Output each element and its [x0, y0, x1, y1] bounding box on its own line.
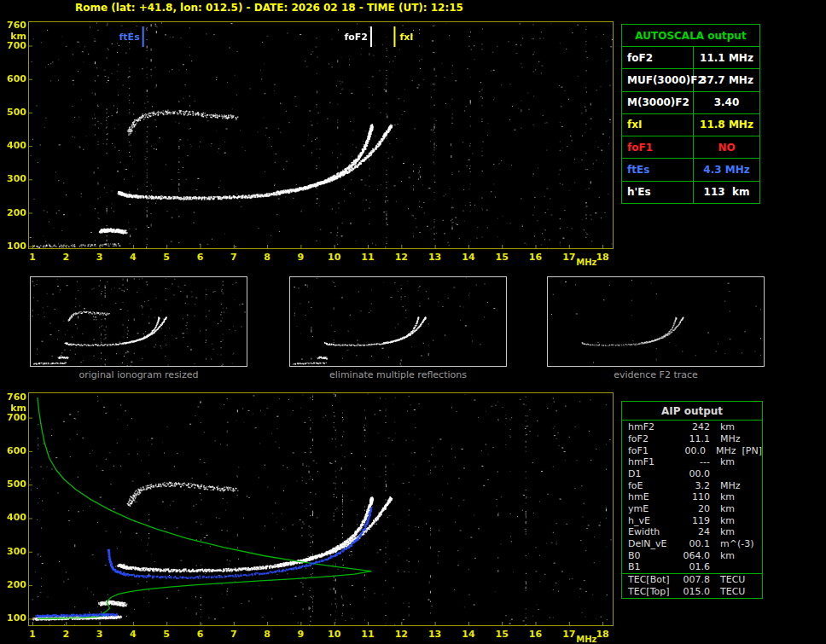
x-tick-label-8: 8: [257, 629, 277, 640]
param-unit: km: [720, 550, 735, 561]
x-tick-label-11: 11: [358, 252, 378, 263]
param-label: hmF1: [628, 456, 679, 467]
autoscala-row-m-3000-f2: M(3000)F23.40: [622, 92, 759, 114]
aip-row-b1: B101.6: [622, 561, 762, 573]
x-axis-unit: MHz: [576, 635, 596, 644]
y-tick-label-300: 300: [4, 173, 26, 184]
param-note: [PN]: [742, 445, 762, 456]
param-label: fxI: [622, 114, 694, 136]
param-unit: km: [720, 515, 735, 526]
param-label: Ewidth: [628, 526, 679, 537]
aip-output-rows: hmF2242kmfoF211.1MHzfoF100.0MHz[PN]hmF1-…: [622, 421, 762, 598]
x-tick-label-16: 16: [526, 629, 546, 640]
autoscala-output-table-title: AUTOSCALA output: [622, 25, 759, 47]
y-tick-label-700: 700: [4, 40, 26, 51]
x-tick-label-13: 13: [425, 252, 445, 263]
param-value: 24: [679, 526, 710, 537]
x-tick-label-2: 2: [55, 629, 76, 640]
param-unit: MHz: [720, 433, 741, 444]
aip-row-ewidth: Ewidth24km: [622, 526, 762, 538]
ionogram-plot-bottom: [28, 392, 614, 626]
aip-row-h-ve: h_vE119km: [622, 514, 762, 526]
autoscala-row-ftes: ftEs4.3 MHz: [622, 159, 759, 181]
autoscala-output-table: AUTOSCALA output foF211.1 MHzMUF(3000)F2…: [621, 24, 760, 204]
autoscala-row-fxi: fxI11.8 MHz: [622, 114, 759, 136]
x-tick-label-1: 1: [22, 629, 43, 640]
param-value: 110: [679, 491, 710, 502]
x-tick-label-5: 5: [156, 629, 177, 640]
aip-row-deln-ve: DelN_vE00.1m^(-3): [622, 538, 762, 550]
y-tick-label-500: 500: [4, 107, 26, 118]
param-label: h'Es: [622, 182, 694, 203]
param-label: foF2: [628, 433, 679, 444]
autoscala-output-rows: foF211.1 MHzMUF(3000)F237.7 MHzM(3000)F2…: [622, 47, 759, 203]
y-tick-label-100: 100: [4, 612, 26, 624]
aip-row-hme: hmE110km: [622, 491, 762, 503]
foF2-marker-label: foF2: [315, 32, 368, 43]
thumbnail-multiple-reflections-removed: [289, 276, 507, 367]
thumbnail-caption-original: original ionogram resized: [30, 369, 247, 380]
x-tick-label-7: 7: [224, 252, 244, 263]
x-tick-label-4: 4: [123, 252, 143, 263]
param-unit: km: [720, 526, 735, 537]
param-value: 37.7 MHz: [694, 74, 759, 86]
param-value: 11.1 MHz: [694, 52, 759, 64]
thumbnail-caption-cleaned: eliminate multiple reflections: [289, 369, 507, 380]
x-axis-unit: MHz: [576, 258, 596, 267]
ionogram-scatter-canvas-top: [29, 22, 613, 248]
param-label: TEC[Bot]: [628, 574, 679, 585]
param-unit: MHz: [716, 445, 736, 456]
ionogram-profile-canvas-bottom: [29, 393, 613, 625]
param-value: 119: [679, 515, 710, 526]
param-label: MUF(3000)F2: [622, 69, 694, 90]
param-value: 007.8: [679, 574, 710, 585]
param-label: ftEs: [622, 159, 694, 180]
param-unit: km: [720, 456, 735, 467]
param-label: hmE: [628, 491, 679, 502]
param-value: 20: [679, 503, 710, 514]
thumbnail-canvas-cleaned: [290, 277, 506, 366]
param-value: NO: [694, 142, 759, 154]
aip-row-d1: D100.0: [622, 468, 762, 480]
y-tick-label-760: 760: [4, 392, 26, 403]
x-tick-label-3: 3: [90, 252, 110, 263]
y-tick-label-600: 600: [4, 445, 26, 456]
thumbnail-original-ionogram: [30, 276, 247, 367]
param-label: DelN_vE: [628, 538, 679, 549]
autoscala-row-muf-3000-f2: MUF(3000)F237.7 MHz: [622, 69, 759, 91]
x-tick-label-7: 7: [224, 629, 244, 640]
x-tick-label-12: 12: [391, 629, 411, 640]
param-value: 11.1: [679, 433, 710, 444]
x-tick-label-11: 11: [358, 629, 378, 640]
aip-row-tec-top: TEC[Top]015.0TECU: [622, 585, 762, 597]
param-label: B1: [628, 561, 679, 572]
aip-row-tec-bot: TEC[Bot]007.8TECU: [622, 573, 762, 586]
autoscala-row-fof1: foF1NO: [622, 136, 759, 159]
param-label: foF1: [628, 445, 677, 456]
ionogram-plot-top: [28, 21, 614, 249]
param-unit: km: [720, 421, 735, 432]
param-value: 4.3 MHz: [694, 164, 759, 176]
y-tick-label-400: 400: [4, 512, 26, 523]
param-unit: km: [720, 491, 735, 502]
param-value: 3.2: [679, 480, 710, 491]
param-value: ---: [679, 456, 710, 467]
x-tick-label-15: 15: [492, 252, 512, 263]
y-tick-label-100: 100: [4, 241, 26, 252]
param-unit: km: [720, 503, 735, 514]
y-tick-label-500: 500: [4, 479, 26, 490]
param-label: foF2: [622, 47, 694, 68]
param-unit: TECU: [720, 574, 745, 585]
x-tick-label-6: 6: [190, 252, 211, 263]
aip-row-yme: ymE20km: [622, 503, 762, 515]
param-value: 242: [679, 421, 710, 432]
aip-output-table: AIP output hmF2242kmfoF211.1MHzfoF100.0M…: [621, 401, 763, 599]
param-label: foF1: [622, 136, 694, 158]
y-tick-label-200: 200: [4, 207, 26, 218]
aip-row-fof1: foF100.0MHz[PN]: [622, 444, 762, 456]
x-tick-label-4: 4: [123, 629, 143, 640]
x-tick-label-12: 12: [391, 252, 411, 263]
x-tick-label-8: 8: [257, 252, 277, 263]
param-value: 11.8 MHz: [694, 119, 759, 131]
param-value: 00.1: [679, 538, 710, 549]
